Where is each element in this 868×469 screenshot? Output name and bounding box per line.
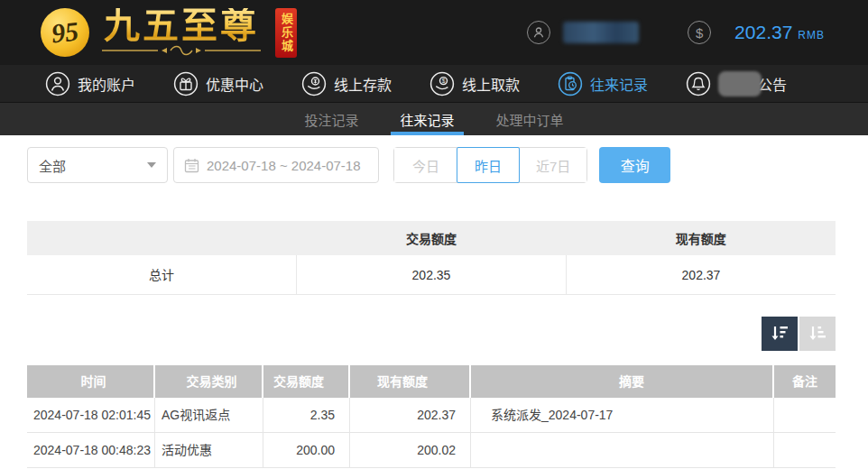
- header-note: 备注: [774, 365, 836, 398]
- cell-transaction-type: 活动优惠: [155, 433, 263, 468]
- summary-table: 交易额度 现有额度 总计 202.35 202.37: [27, 221, 836, 295]
- cell-summary: 系统派发_2024-07-17: [471, 398, 774, 433]
- summary-header-current-amount: 现有额度: [566, 229, 836, 247]
- transactions-table: 时间 交易类别 交易额度 现有额度 摘要 备注 2024-07-18 02:01…: [27, 365, 836, 468]
- summary-total-row: 总计 202.35 202.37: [27, 255, 836, 295]
- logo-title: 九五至尊: [104, 8, 259, 44]
- deposit-hand-coin-icon: [301, 71, 327, 97]
- sort-descending-button[interactable]: [762, 317, 798, 351]
- balance-amount: 202.37: [734, 22, 792, 43]
- cell-trade-amount: 200.00: [263, 433, 350, 468]
- nav-label: 公告: [758, 73, 787, 95]
- nav-label: 往来记录: [590, 73, 648, 95]
- nav-item-my-account[interactable]: 我的账户: [45, 71, 135, 97]
- header-transaction-type: 交易类别: [155, 365, 263, 398]
- last-7-days-button[interactable]: 近7日: [519, 148, 586, 182]
- summary-total-label: 总计: [27, 255, 297, 295]
- nav-item-announcements[interactable]: 公告: [686, 71, 787, 97]
- table-row: 2024-07-18 00:48:23 活动优惠 200.00 200.02: [27, 433, 836, 468]
- nav-item-withdraw[interactable]: $ 线上取款: [429, 71, 520, 97]
- logo-monogram-icon: 95: [41, 8, 89, 57]
- nav-item-promotions[interactable]: 优惠中心: [173, 71, 263, 97]
- cell-time: 2024-07-18 00:48:23: [27, 433, 155, 468]
- date-range-value: 2024-07-18 ~ 2024-07-18: [207, 158, 361, 173]
- dollar-coin-icon: $: [688, 21, 711, 44]
- page: 95 九五至尊 娱乐城 $ 202.37 RMB: [0, 0, 868, 469]
- nav-label: 优惠中心: [206, 73, 263, 95]
- quick-date-group: 今日 昨日 近7日: [393, 147, 587, 183]
- person-icon: [527, 21, 550, 44]
- bell-icon: [686, 71, 711, 97]
- top-header: 95 九五至尊 娱乐城 $ 202.37 RMB: [0, 0, 868, 65]
- yesterday-button[interactable]: 昨日: [457, 147, 520, 183]
- nav-item-transaction-records[interactable]: 往来记录: [558, 71, 648, 97]
- withdraw-hand-coin-icon: $: [429, 71, 455, 97]
- header-trade-amount: 交易额度: [263, 365, 350, 398]
- account-area: $ 202.37 RMB: [527, 21, 825, 44]
- tab-label: 处理中订单: [496, 110, 564, 129]
- cell-current-amount: 202.37: [350, 398, 471, 433]
- tab-label: 往来记录: [400, 110, 454, 129]
- summary-header-trade-amount: 交易额度: [297, 229, 567, 247]
- brand-logo[interactable]: 95 九五至尊 娱乐城: [41, 8, 297, 58]
- table-header-row: 时间 交易类别 交易额度 现有额度 摘要 备注: [27, 365, 836, 398]
- censored-username: [563, 22, 639, 43]
- calendar-icon: [184, 158, 199, 173]
- gift-icon: [173, 71, 199, 97]
- type-select-value: 全部: [39, 156, 66, 175]
- logo-badge: 娱乐城: [275, 8, 297, 58]
- sort-ascending-icon: [807, 323, 828, 345]
- table-row: 2024-07-18 02:01:45 AG视讯返点 2.35 202.37 系…: [27, 398, 836, 433]
- nav-label: 我的账户: [78, 73, 135, 95]
- filter-bar: 全部 2024-07-18 ~ 2024-07-18 今日 昨日 近7日 查询: [27, 147, 868, 183]
- header-summary: 摘要: [471, 365, 774, 398]
- cell-note: [774, 433, 836, 468]
- nav-item-deposit[interactable]: 线上存款: [301, 71, 392, 97]
- logo-main: 九五至尊: [98, 8, 264, 57]
- nav-label: 线上取款: [462, 73, 520, 95]
- logo-monogram: 95: [50, 16, 79, 50]
- cell-transaction-type: AG视讯返点: [155, 398, 263, 433]
- cell-note: [774, 398, 836, 433]
- cell-time: 2024-07-18 02:01:45: [27, 398, 155, 433]
- clipboard-clock-icon: [558, 71, 583, 97]
- summary-header-row: 交易额度 现有额度: [27, 221, 836, 255]
- main-navigation: 我的账户 优惠中心 线上存款 $: [0, 65, 868, 102]
- search-button[interactable]: 查询: [599, 147, 670, 183]
- person-icon: [45, 71, 70, 97]
- cell-summary: [471, 433, 774, 468]
- today-button[interactable]: 今日: [394, 148, 457, 182]
- sort-descending-icon: [769, 323, 790, 345]
- chevron-down-icon: [147, 162, 156, 168]
- header-time: 时间: [27, 365, 155, 398]
- balance: 202.37 RMB: [734, 22, 825, 43]
- cell-trade-amount: 2.35: [263, 398, 350, 433]
- records-subnav: 投注记录 往来记录 处理中订单: [0, 102, 868, 135]
- logo-flourish-icon: [98, 44, 264, 57]
- date-range-input[interactable]: 2024-07-18 ~ 2024-07-18: [173, 147, 379, 183]
- nav-label: 线上存款: [334, 73, 392, 95]
- type-select[interactable]: 全部: [27, 147, 168, 183]
- sort-ascending-button[interactable]: [799, 317, 836, 351]
- header-current-amount: 现有额度: [350, 365, 471, 398]
- tab-label: 投注记录: [304, 110, 358, 129]
- tab-transaction-records[interactable]: 往来记录: [391, 103, 463, 135]
- tab-pending-orders[interactable]: 处理中订单: [487, 103, 573, 135]
- tab-bet-records[interactable]: 投注记录: [295, 103, 367, 135]
- summary-trade-amount: 202.35: [297, 255, 567, 295]
- summary-current-amount: 202.37: [567, 255, 836, 295]
- censored-site-name: [718, 71, 762, 97]
- svg-text:$: $: [442, 78, 446, 84]
- cell-current-amount: 200.02: [350, 433, 471, 468]
- balance-currency: RMB: [798, 29, 825, 41]
- sort-bar: [27, 317, 836, 351]
